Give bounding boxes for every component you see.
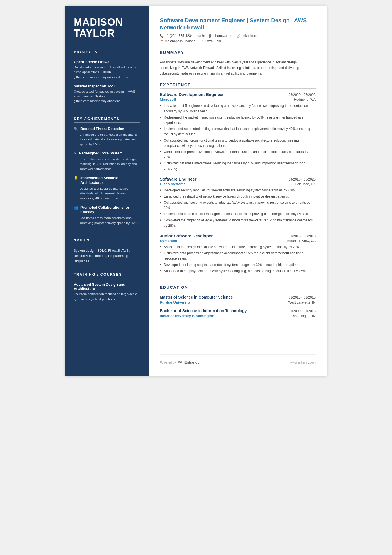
bullet-item: Collaborated with cross-functional teams…	[160, 138, 316, 149]
contact-linkedin[interactable]: 🔗 linkedin.com	[237, 34, 260, 38]
achievements-section: KEY ACHIEVEMENTS 🔍 Boosted Threat Detect…	[74, 117, 140, 230]
projects-title: PROJECTS	[74, 50, 140, 56]
sidebar-footer	[74, 359, 140, 364]
bullet-item: Optimized data processing algorithms to …	[160, 251, 316, 261]
exp-location: Mountain View, CA	[287, 239, 316, 243]
exp-company: Symantec	[160, 239, 177, 243]
achievement-desc: Facilitated cross-team collaborations im…	[74, 216, 140, 225]
education-section: EDUCATION Master of Science in Computer …	[160, 285, 316, 322]
achievement-title: Boosted Threat Detection	[80, 127, 124, 131]
achievement-icon: 💡	[74, 176, 78, 180]
sidebar: MADISON TAYLOR PROJECTS OpenDefense Fire…	[65, 6, 149, 376]
exp-company: Cisco Systems	[160, 182, 186, 186]
achievement-item: 👥 Promoted Collaborations for Efficacy F…	[74, 205, 140, 225]
email-icon: ✉	[198, 34, 201, 38]
edu-location: West Lafayette, IN	[288, 300, 316, 304]
phone-icon: 📞	[160, 34, 164, 38]
bullet-item: Optimized database interactions, reducin…	[160, 161, 316, 171]
summary-section: SUMMARY Passionate software development …	[160, 50, 316, 76]
training-description: Coursera certification focused on large-…	[74, 292, 140, 302]
footer-website: www.enhancv.com	[290, 361, 316, 364]
exp-entry: Software Engineer 04/2018 - 05/2020 Cisc…	[160, 177, 316, 228]
edu-school: Indiana University Bloomington	[160, 314, 214, 318]
edu-dates: 01/2009 - 01/2013	[289, 309, 316, 313]
achievement-icon: ✂	[74, 151, 77, 156]
contact-row: 📞 +1-(234)-555-1234 ✉ help@enhancv.com 🔗…	[160, 34, 316, 38]
achievement-desc: Enhanced the threat detection mechanism …	[74, 132, 140, 147]
achievements-title: KEY ACHIEVEMENTS	[74, 117, 140, 123]
project-description: Created a tool for packet inspection in …	[74, 89, 140, 104]
exp-bullets: Assisted in the design of scalable softw…	[160, 245, 316, 274]
achievement-title: Implemented Scalable Architectures	[80, 176, 140, 185]
bullet-item: Developed monitoring scripts that reduce…	[160, 262, 316, 268]
brand-name: Enhancv	[184, 360, 199, 364]
exp-dates: 04/2018 - 05/2020	[289, 177, 316, 181]
exp-role: Junior Software Developer	[160, 233, 213, 238]
contact-phone: 📞 +1-(234)-555-1234	[160, 34, 193, 38]
skills-title: SKILLS	[74, 238, 140, 244]
exp-role: Software Development Engineer	[160, 92, 224, 97]
exp-bullets: Developed security modules for firewall …	[160, 188, 316, 228]
edu-entry: Master of Science in Computer Science 01…	[160, 295, 316, 304]
exp-location: San Jose, CA	[295, 182, 316, 186]
bullet-item: Implemented source control management be…	[160, 211, 316, 217]
resume-container: MADISON TAYLOR PROJECTS OpenDefense Fire…	[65, 6, 327, 376]
bullet-item: Supported the deployment team with syste…	[160, 268, 316, 274]
powered-by-text: Powered by	[160, 361, 176, 364]
footer-left: Powered by Enhancv	[160, 360, 199, 364]
contact-email: ✉ help@enhancv.com	[198, 34, 231, 38]
exp-bullets: Led a team of 5 engineers in developing …	[160, 103, 316, 171]
project-name: SafeNet Inspection Tool	[74, 84, 140, 88]
job-title: Software Development Engineer | System D…	[160, 17, 316, 31]
project-item: SafeNet Inspection Tool Created a tool f…	[74, 84, 140, 104]
candidate-name: MADISON TAYLOR	[74, 17, 140, 39]
education-title: EDUCATION	[160, 285, 316, 291]
exp-dates: 01/2015 - 03/2018	[289, 234, 316, 238]
link-icon: 🔗	[237, 34, 241, 38]
exp-company: Microsoft	[160, 97, 176, 102]
project-name: OpenDefense Firewall	[74, 60, 140, 64]
enhancv-logo	[178, 361, 183, 364]
achievement-icon: 🔍	[74, 127, 78, 131]
contact-extra: ☆ Extra Field	[201, 39, 221, 43]
experience-section: EXPERIENCE Software Development Engineer…	[160, 82, 316, 279]
exp-role: Software Engineer	[160, 177, 197, 181]
bullet-item: Led a team of 5 engineers in developing …	[160, 103, 316, 114]
summary-title: SUMMARY	[160, 50, 316, 56]
project-description: Developed a minimalistic firewall soluti…	[74, 65, 140, 80]
skills-text: System design, SDLC, Firewall, AWS, Reli…	[74, 248, 140, 264]
bullet-item: Conducted comprehensive code reviews, me…	[160, 149, 316, 160]
location-icon: 📍	[160, 40, 164, 43]
name-block: MADISON TAYLOR	[74, 17, 140, 39]
summary-text: Passionate software development engineer…	[160, 60, 316, 76]
exp-dates: 06/2020 - 07/2023	[289, 93, 316, 97]
edu-dates: 01/2013 - 01/2015	[289, 295, 316, 299]
edu-entry: Bachelor of Science in Information Techn…	[160, 308, 316, 318]
main-content: Software Development Engineer | System D…	[149, 6, 327, 376]
edu-degree: Bachelor of Science in Information Techn…	[160, 308, 286, 313]
main-header: Software Development Engineer | System D…	[160, 17, 316, 45]
edu-school: Purdue University	[160, 300, 191, 304]
project-item: OpenDefense Firewall Developed a minimal…	[74, 60, 140, 80]
training-section: TRAINING / COURSES Advanced System Desig…	[74, 272, 140, 302]
bullet-item: Implemented automated testing frameworks…	[160, 126, 316, 137]
contact-location: 📍 Indianapolis, Indiana	[160, 39, 195, 43]
bullet-item: Completed the migration of legacy system…	[160, 218, 316, 228]
experience-title: EXPERIENCE	[160, 82, 316, 89]
training-name: Advanced System Design and Architecture	[74, 282, 140, 291]
achievement-item: 💡 Implemented Scalable Architectures Des…	[74, 176, 140, 201]
bullet-item: Redesigned the packet inspection system,…	[160, 115, 316, 125]
edu-degree: Master of Science in Computer Science	[160, 295, 286, 300]
bullet-item: Assisted in the design of scalable softw…	[160, 245, 316, 250]
contact-row-2: 📍 Indianapolis, Indiana ☆ Extra Field	[160, 39, 316, 43]
exp-entry: Junior Software Developer 01/2015 - 03/2…	[160, 233, 316, 274]
achievement-icon: 👥	[74, 206, 78, 210]
footer: Powered by Enhancv www.enhancv.com	[160, 354, 316, 364]
training-item: Advanced System Design and Architecture …	[74, 282, 140, 302]
achievement-item: ✂ Redesigned Core System Key contributor…	[74, 151, 140, 171]
achievement-title: Redesigned Core System	[79, 151, 123, 156]
bullet-item: Developed security modules for firewall …	[160, 188, 316, 193]
star-icon: ☆	[201, 40, 204, 43]
bullet-item: Collaborated with security experts to in…	[160, 200, 316, 211]
training-title: TRAINING / COURSES	[74, 272, 140, 278]
